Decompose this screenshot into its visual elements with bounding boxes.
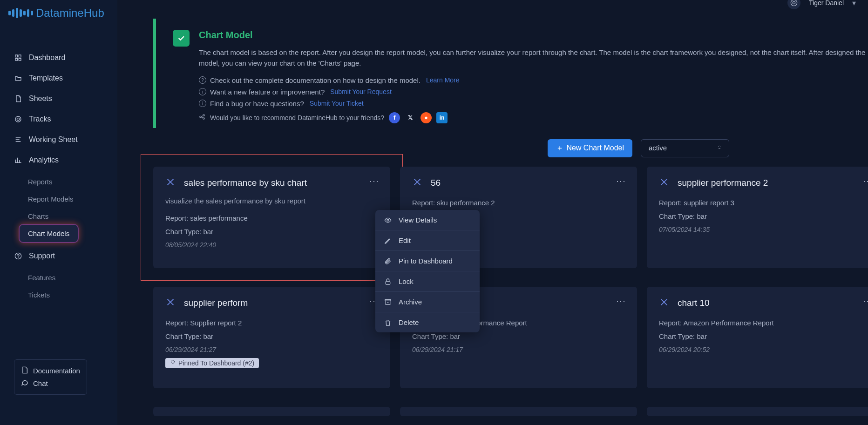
info-row-text: Find a bug or have questions? bbox=[210, 100, 304, 108]
chart-card-icon bbox=[165, 297, 176, 310]
svg-point-10 bbox=[200, 116, 202, 118]
footer-documentation[interactable]: Documentation bbox=[21, 364, 80, 377]
card-type: Chart Type: bar bbox=[165, 225, 378, 238]
sidebar-footer-box: Documentation Chat bbox=[14, 359, 87, 395]
svg-point-9 bbox=[18, 258, 19, 258]
new-chart-label: New Chart Model bbox=[566, 144, 624, 152]
menu-view-details[interactable]: View Details bbox=[375, 210, 480, 230]
pin-icon bbox=[170, 359, 176, 367]
learn-more-link[interactable]: Learn More bbox=[426, 76, 460, 84]
subnav-chart-models[interactable]: Chart Models bbox=[20, 225, 78, 242]
chart-card-icon bbox=[412, 177, 422, 189]
pencil-icon bbox=[384, 237, 392, 244]
subnav-charts[interactable]: Charts bbox=[28, 208, 113, 225]
chart-card-icon bbox=[659, 177, 669, 189]
linkedin-icon[interactable]: in bbox=[436, 112, 448, 123]
trash-icon bbox=[384, 319, 392, 326]
nav-sub-support: Features Tickets bbox=[5, 266, 113, 304]
card-title: 56 bbox=[431, 178, 441, 188]
card-title: supplier performance 2 bbox=[678, 178, 768, 188]
subnav-tickets[interactable]: Tickets bbox=[28, 286, 113, 304]
eye-icon bbox=[384, 216, 392, 224]
card-report: Report: supplier report 3 bbox=[659, 196, 868, 209]
submit-request-link[interactable]: Submit Your Request bbox=[330, 88, 392, 95]
clip-icon bbox=[384, 257, 392, 265]
card-date: 06/29/2024 20:52 bbox=[659, 343, 868, 353]
chart-model-card[interactable]: supplier perform ⋮ Report: Supplier repo… bbox=[153, 287, 390, 388]
help-icon bbox=[14, 252, 22, 260]
share-row: Would you like to recommend DatamineHub … bbox=[199, 109, 866, 123]
card-menu-button[interactable]: ⋮ bbox=[369, 177, 380, 186]
new-chart-model-button[interactable]: ＋ New Chart Model bbox=[548, 139, 632, 157]
nav-item-tracks[interactable]: Tracks bbox=[5, 109, 113, 129]
chart-model-card-partial[interactable] bbox=[400, 407, 637, 416]
nav-label: Tracks bbox=[29, 115, 51, 123]
info-row-bug: i Find a bug or have questions? Submit Y… bbox=[199, 98, 866, 109]
card-date: 06/29/2024 21:17 bbox=[412, 343, 625, 353]
card-title: sales performance by sku chart bbox=[184, 178, 307, 188]
chart-model-card[interactable]: chart 10 ⋮ Report: Amazon Performance Re… bbox=[647, 287, 868, 388]
footer-chat[interactable]: Chat bbox=[21, 377, 80, 390]
card-menu-button[interactable]: ⋮ bbox=[862, 177, 868, 186]
svg-rect-5 bbox=[19, 58, 21, 61]
nav-item-working-sheet[interactable]: Working Sheet bbox=[5, 129, 113, 150]
nav-label: Sheets bbox=[29, 94, 52, 103]
subnav-features[interactable]: Features bbox=[28, 269, 113, 286]
nav-main: Dashboard Templates Sheets Tracks Workin… bbox=[0, 47, 117, 304]
x-icon[interactable]: 𝕏 bbox=[405, 112, 416, 123]
card-date: 08/05/2024 22:40 bbox=[165, 238, 378, 249]
doc-icon bbox=[21, 366, 28, 375]
chart-model-card-partial[interactable] bbox=[153, 407, 390, 416]
nav-label: Dashboard bbox=[29, 54, 65, 62]
info-row-docs: ? Check out the complete documentation o… bbox=[199, 74, 866, 86]
lock-icon bbox=[384, 278, 392, 285]
status-filter-select[interactable]: active bbox=[641, 139, 729, 157]
subnav-report-models[interactable]: Report Models bbox=[28, 190, 113, 208]
nav-item-analytics[interactable]: Analytics bbox=[5, 150, 113, 170]
chart-model-card[interactable]: sales performance by sku chart ⋮ visuali… bbox=[153, 167, 390, 268]
nav-item-templates[interactable]: Templates bbox=[5, 68, 113, 88]
card-date: 06/29/2024 21:27 bbox=[165, 343, 378, 353]
card-menu-button[interactable]: ⋮ bbox=[862, 297, 868, 306]
menu-pin[interactable]: Pin to Dashboard bbox=[375, 250, 480, 271]
card-report: Report: sku performance 2 bbox=[412, 196, 625, 209]
filter-selected-value: active bbox=[649, 144, 667, 152]
submit-ticket-link[interactable]: Submit Your Ticket bbox=[310, 100, 364, 107]
info-icon: i bbox=[199, 100, 206, 107]
file-icon bbox=[14, 95, 22, 102]
menu-edit[interactable]: Edit bbox=[375, 230, 480, 250]
card-menu-button[interactable]: ⋮ bbox=[616, 297, 627, 306]
card-report: Report: Supplier report 2 bbox=[165, 316, 378, 330]
svg-rect-2 bbox=[15, 55, 18, 57]
nav-item-sheets[interactable]: Sheets bbox=[5, 88, 113, 109]
card-description: visualize the sales performance by sku r… bbox=[165, 196, 378, 206]
cards-grid: sales performance by sku chart ⋮ visuali… bbox=[153, 167, 868, 416]
facebook-icon[interactable]: f bbox=[389, 112, 400, 123]
card-title: supplier perform bbox=[184, 298, 248, 308]
chart-model-card-partial[interactable] bbox=[647, 407, 868, 416]
nav-item-support[interactable]: Support bbox=[5, 246, 113, 266]
nav-item-dashboard[interactable]: Dashboard bbox=[5, 47, 113, 68]
svg-point-11 bbox=[203, 114, 205, 116]
folder-icon bbox=[14, 74, 22, 82]
pinned-badge: Pinned To Dashboard (#2) bbox=[165, 358, 259, 368]
pinned-label: Pinned To Dashboard (#2) bbox=[178, 359, 254, 367]
bar-chart-icon bbox=[14, 156, 22, 164]
menu-delete[interactable]: Delete bbox=[375, 312, 480, 332]
menu-label: Delete bbox=[399, 318, 419, 326]
brand-text: DatamineHub bbox=[36, 7, 104, 20]
menu-label: Lock bbox=[399, 277, 414, 285]
menu-lock[interactable]: Lock bbox=[375, 271, 480, 291]
card-menu-button[interactable]: ⋮ bbox=[616, 177, 627, 186]
brand-logo[interactable]: DatamineHub bbox=[0, 2, 117, 47]
nav-sub: Reports Report Models Charts Chart Model… bbox=[5, 170, 113, 242]
reddit-icon[interactable]: ● bbox=[420, 112, 432, 123]
card-title: chart 10 bbox=[678, 298, 710, 308]
subnav-reports[interactable]: Reports bbox=[28, 173, 113, 190]
menu-archive[interactable]: Archive bbox=[375, 291, 480, 312]
card-highlight-wrap: sales performance by sku chart ⋮ visuali… bbox=[141, 154, 403, 281]
chart-model-card[interactable]: supplier performance 2 ⋮ Report: supplie… bbox=[647, 167, 868, 268]
card-report: Report: Amazon Performance Report bbox=[659, 316, 868, 330]
main-content: Chart Model The chart model is based on … bbox=[117, 0, 868, 425]
chart-card-icon bbox=[659, 297, 669, 310]
